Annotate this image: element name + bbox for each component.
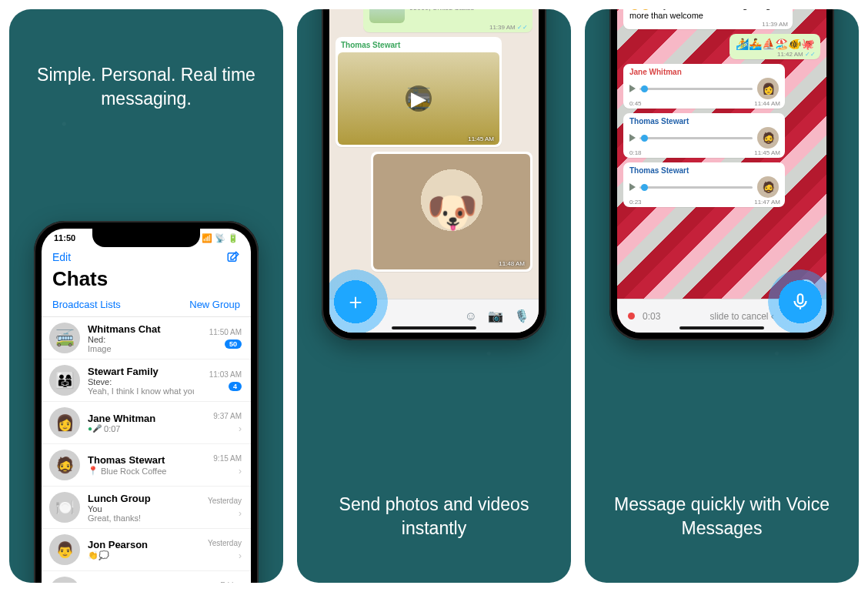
record-indicator-icon	[628, 313, 635, 319]
play-icon[interactable]	[629, 85, 636, 92]
broadcast-lists-button[interactable]: Broadcast Lists	[52, 299, 121, 310]
chat-screen: Jane Whitman👩0:1511:37 AM👨0:0911:38 AMFr…	[617, 9, 826, 333]
message-list: 👨 11:38 PM Francis Whitman Nice! I defin…	[329, 9, 539, 299]
signal-icon: 📶	[202, 233, 212, 243]
voice-message-in[interactable]: Thomas Stewart🧔0:1811:45 AM	[623, 113, 785, 158]
map-thumb-icon	[369, 9, 405, 23]
chat-row[interactable]: 🚎Whitmans ChatNed:Image11:50 AM50	[42, 317, 251, 360]
message-body: 😄😄 Anyone who wants to tag along is more…	[629, 9, 786, 20]
sender-name: Jane Whitman	[629, 68, 779, 76]
chat-name: Jon Pearson	[88, 539, 194, 550]
voice-duration: 0:18	[629, 149, 642, 156]
voice-duration: 0:45	[629, 100, 642, 107]
panel-caption: Send photos and videos instantly	[319, 493, 549, 540]
record-time: 0:03	[643, 311, 660, 322]
text-message-in[interactable]: Francis Whitman😄😄 Anyone who wants to ta…	[623, 9, 793, 29]
chevron-right-icon: ›	[239, 466, 242, 477]
chat-time: 9:37 AM	[213, 412, 242, 420]
mic-icon: ●🎤	[88, 424, 102, 433]
chat-preview-sender: Ned:	[88, 335, 194, 344]
play-overlay-icon[interactable]: ▶	[406, 85, 432, 112]
chat-name: Alice	[88, 581, 194, 583]
timestamp: 11:45 AM	[468, 135, 494, 142]
voice-message-in[interactable]: Thomas Stewart🧔0:2311:47 AM	[623, 162, 785, 207]
chat-preview: ●🎤0:07	[88, 424, 194, 433]
chat-time: Friday	[220, 581, 242, 584]
play-icon[interactable]	[629, 134, 636, 142]
chat-name: Lunch Group	[88, 493, 194, 504]
sticker-icon[interactable]: ☺	[465, 309, 477, 323]
chat-preview-sender: Steve:	[88, 377, 194, 386]
edit-button[interactable]: Edit	[52, 251, 71, 263]
chat-row[interactable]: 👨‍👩‍👧Stewart FamilySteve:Yeah, I think I…	[42, 360, 251, 402]
chat-name: Thomas Stewart	[88, 454, 194, 466]
chat-row[interactable]: 🍽️Lunch GroupYouGreat, thanks!Yesterday›	[42, 487, 251, 529]
camera-icon[interactable]: 📷	[488, 309, 503, 323]
phone-frame: Jane Whitman👩0:1511:37 AM👨0:0911:38 AMFr…	[609, 9, 834, 340]
home-indicator	[392, 326, 476, 329]
timestamp: 11:39 AM	[762, 21, 788, 28]
chat-row[interactable]: 👧Alice😊😍😘Friday›	[42, 571, 251, 583]
panel-chats: Simple. Personal. Real time messaging. 1…	[9, 9, 283, 583]
chat-row[interactable]: 👨Jon Pearson👏💭Yesterday›	[42, 529, 251, 571]
chevron-right-icon: ›	[239, 550, 242, 561]
avatar: 🚎	[49, 323, 80, 353]
chat-time: 9:15 AM	[213, 454, 242, 463]
avatar: 👩	[49, 407, 80, 438]
chat-time: Yesterday	[208, 497, 242, 505]
record-button[interactable]	[768, 269, 826, 333]
panel-caption: Simple. Personal. Real time messaging.	[31, 63, 262, 111]
mic-icon[interactable]: 🎙️	[514, 309, 529, 323]
wifi-icon: 📡	[215, 233, 225, 243]
chat-row[interactable]: 👩Jane Whitman●🎤0:079:37 AM›	[42, 402, 251, 444]
timestamp: 11:45 AM	[754, 149, 780, 156]
avatar: 🧔	[757, 127, 779, 149]
dog-placeholder: 🐶	[426, 188, 478, 236]
chevron-right-icon: ›	[239, 508, 242, 519]
chat-screen: 👨 11:38 PM Francis Whitman Nice! I defin…	[329, 9, 539, 333]
chat-time: 11:50 AM	[209, 328, 242, 336]
sender-name: Thomas Stewart	[338, 39, 499, 51]
chat-preview: Yeah, I think I know what you m…	[88, 386, 194, 396]
chat-preview: Image	[88, 344, 194, 353]
chat-preview: 📍Blue Rock Coffee	[88, 466, 194, 476]
emoji-message-out[interactable]: 🏄🚣⛵🏖️🐠🐙11:42 AM	[729, 34, 820, 59]
unread-badge: 4	[229, 382, 242, 391]
voice-message-in[interactable]: Jane Whitman👩0:4511:44 AM	[623, 64, 785, 109]
compose-icon[interactable]	[226, 250, 240, 264]
link-message-out[interactable]: Santa Cruz Surfing Mus… 71 West Cliff Dr…	[363, 9, 532, 32]
avatar: 👧	[49, 577, 80, 583]
chevron-right-icon: ›	[239, 423, 242, 434]
chat-preview: 👏💭	[88, 550, 194, 560]
panel-media: 👨 11:38 PM Francis Whitman Nice! I defin…	[297, 9, 571, 583]
chat-time: 11:03 AM	[209, 370, 242, 379]
location-pin-icon: 📍	[88, 466, 98, 476]
photo-message-out[interactable]: 🐶 11:48 AM	[371, 152, 532, 272]
chat-list: 🚎Whitmans ChatNed:Image11:50 AM50👨‍👩‍👧St…	[42, 317, 251, 583]
chat-preview-sender: You	[88, 504, 194, 513]
home-indicator	[679, 326, 764, 329]
chat-name: Jane Whitman	[88, 413, 194, 424]
chat-row[interactable]: 🧔Thomas Stewart📍Blue Rock Coffee9:15 AM›	[42, 444, 251, 487]
chat-name: Stewart Family	[88, 366, 194, 377]
avatar: 👨	[49, 534, 80, 565]
phone-notch	[92, 229, 200, 247]
unread-badge: 50	[225, 339, 242, 349]
sender-name: Thomas Stewart	[629, 166, 779, 175]
avatar: 👨‍👩‍👧	[49, 365, 80, 396]
message-body: 🏄🚣⛵🏖️🐠🐙	[736, 38, 814, 50]
chats-screen: 11:50 📶 📡 🔋 Edit Chats Broadcast Lists N…	[42, 229, 251, 583]
timestamp: 11:42 AM	[777, 51, 816, 58]
timestamp: 11:47 AM	[754, 199, 780, 206]
play-icon[interactable]	[629, 183, 636, 191]
new-group-button[interactable]: New Group	[189, 299, 240, 310]
sub-row: Broadcast Lists New Group	[42, 296, 251, 317]
phone-frame: 11:50 📶 📡 🔋 Edit Chats Broadcast Lists N…	[34, 221, 259, 583]
chat-name: Whitmans Chat	[88, 323, 194, 335]
chat-time: Yesterday	[208, 539, 242, 547]
video-message-in[interactable]: Thomas Stewart 🚋 ▶ 11:45 AM	[336, 37, 502, 147]
svg-rect-1	[798, 294, 803, 303]
panel-caption: Message quickly with Voice Messages	[606, 493, 837, 540]
attach-button[interactable]: ＋	[329, 269, 388, 333]
voice-duration: 0:23	[629, 199, 642, 206]
